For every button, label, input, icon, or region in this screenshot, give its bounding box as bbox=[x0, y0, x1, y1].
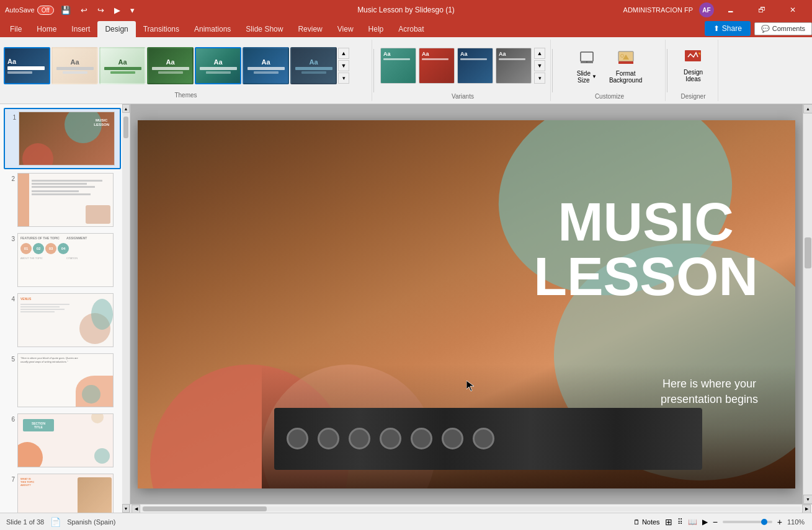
slide-subtitle-text: Here is where yourpresentation begins bbox=[661, 378, 758, 405]
tab-transitions[interactable]: Transitions bbox=[136, 21, 187, 37]
theme-2[interactable]: Aa bbox=[51, 47, 98, 84]
h-scroll-left[interactable]: ◀ bbox=[132, 505, 140, 513]
slide-item-5[interactable]: 5 "Here is where your block of quote goe… bbox=[4, 351, 121, 410]
tab-design[interactable]: Design bbox=[97, 21, 135, 37]
comments-label: Comments bbox=[772, 25, 805, 32]
tab-animations[interactable]: Animations bbox=[187, 21, 238, 37]
slide-thumb-4: VENUS bbox=[17, 293, 114, 347]
slide-panel-scrollbar: ▲ ▼ bbox=[122, 104, 130, 513]
slide-item-6[interactable]: 6 SECTIONTITLE bbox=[4, 411, 121, 470]
zoom-out-button[interactable]: − bbox=[713, 517, 718, 527]
zoom-slider[interactable] bbox=[723, 521, 772, 523]
slide-title-line2: LESSON bbox=[533, 249, 758, 304]
slide-sorter-button[interactable]: ⠿ bbox=[677, 518, 683, 526]
restore-button[interactable]: 🗗 bbox=[747, 0, 776, 20]
format-background-label: FormatBackground bbox=[609, 70, 642, 84]
gallery-expand-arrow[interactable]: ▾ bbox=[338, 73, 349, 84]
variant-1[interactable]: Aa bbox=[380, 48, 416, 84]
statusbar-right: 🗒 Notes ⊞ ⠿ 📖 ▶ − + 110% bbox=[633, 517, 806, 527]
h-scroll-right[interactable]: ▶ bbox=[802, 505, 811, 513]
notes-icon: 🗒 bbox=[633, 518, 640, 526]
zoom-in-button[interactable]: + bbox=[777, 517, 782, 527]
share-button[interactable]: ⬆ Share bbox=[705, 21, 751, 36]
notes-button[interactable]: 🗒 Notes bbox=[633, 518, 660, 526]
slide-item-2[interactable]: 2 bbox=[4, 170, 121, 229]
design-ideas-button[interactable]: DesignIdeas bbox=[679, 47, 708, 85]
variants-up-arrow[interactable]: ▲ bbox=[534, 48, 545, 59]
slideshow-button[interactable]: ▶ bbox=[702, 518, 708, 526]
theme-5[interactable]: Aa bbox=[195, 47, 241, 84]
tab-insert[interactable]: Insert bbox=[64, 21, 97, 37]
ribbon: Aa Aa Aa Aa bbox=[0, 37, 812, 104]
variants-expand-arrow[interactable]: ▾ bbox=[534, 73, 545, 84]
sep-3 bbox=[667, 49, 667, 92]
slide-scroll-thumb[interactable] bbox=[123, 117, 128, 138]
slide-num-4: 4 bbox=[6, 293, 15, 303]
format-background-button[interactable]: FormatBackground bbox=[604, 48, 647, 86]
slide-scroll-up[interactable]: ▲ bbox=[122, 104, 130, 113]
variant-3[interactable]: Aa bbox=[457, 48, 493, 84]
minimize-button[interactable]: 🗕 bbox=[716, 0, 745, 20]
slide-item-7[interactable]: 7 WHAT ISTHIS TOPICABOUT? bbox=[4, 471, 121, 513]
tab-slideshow[interactable]: Slide Show bbox=[238, 21, 290, 37]
slide-size-button[interactable]: SlideSize ▼ bbox=[572, 48, 602, 86]
language-label: Spanish (Spain) bbox=[67, 518, 115, 526]
canvas-scroll-down[interactable]: ▼ bbox=[803, 495, 812, 504]
variants-down-arrow[interactable]: ▼ bbox=[534, 60, 545, 71]
redo-button[interactable]: ↪ bbox=[94, 4, 107, 16]
slide-thumb-3: FEATURES OF THE TOPIC ASSIGNMENT 01 02 0… bbox=[17, 233, 114, 287]
mouse-cursor bbox=[466, 381, 474, 392]
themes-gallery: Aa Aa Aa Aa bbox=[4, 47, 337, 84]
slide-subtitle: Here is where yourpresentation begins bbox=[661, 376, 758, 407]
tab-view[interactable]: View bbox=[330, 21, 361, 37]
save-button[interactable]: 💾 bbox=[58, 4, 74, 16]
h-scroll-thumb[interactable] bbox=[143, 506, 267, 511]
zoom-level: 110% bbox=[787, 518, 806, 526]
slide-item-3[interactable]: 3 FEATURES OF THE TOPIC ASSIGNMENT 01 02… bbox=[4, 231, 121, 289]
slide-canvas[interactable]: MUSIC LESSON Here is where yourpresentat… bbox=[138, 120, 795, 488]
variant-2[interactable]: Aa bbox=[419, 48, 455, 84]
tab-acrobat[interactable]: Acrobat bbox=[391, 21, 431, 37]
slide-info-icon: 📄 bbox=[50, 517, 61, 527]
theme-1[interactable]: Aa bbox=[4, 47, 50, 84]
autosave-toggle[interactable]: Off bbox=[37, 6, 54, 15]
theme-7[interactable]: Aa bbox=[290, 47, 337, 84]
tab-help[interactable]: Help bbox=[361, 21, 391, 37]
comments-button[interactable]: 💬 Comments bbox=[754, 22, 812, 35]
slide-scroll-track bbox=[122, 113, 130, 504]
svg-rect-0 bbox=[581, 52, 593, 61]
close-button[interactable]: ✕ bbox=[779, 0, 807, 20]
slide-scroll-down[interactable]: ▼ bbox=[122, 504, 130, 513]
theme-3[interactable]: Aa bbox=[99, 47, 146, 84]
variant-4[interactable]: Aa bbox=[496, 48, 532, 84]
slide-thumb-7: WHAT ISTHIS TOPICABOUT? bbox=[17, 474, 114, 513]
slide-thumb-5: "Here is where your block of quote goes.… bbox=[17, 353, 114, 407]
variants-gallery: Aa Aa Aa bbox=[380, 48, 532, 84]
normal-view-button[interactable]: ⊞ bbox=[665, 517, 672, 527]
share-icon: ⬆ bbox=[713, 24, 720, 33]
present-button[interactable]: ▶ bbox=[111, 4, 123, 16]
tab-file[interactable]: File bbox=[2, 21, 29, 37]
format-background-icon bbox=[618, 51, 634, 68]
slide-info: Slide 1 of 38 bbox=[6, 518, 44, 526]
tab-home[interactable]: Home bbox=[29, 21, 64, 37]
slide-item-1[interactable]: 1 MUSICLESSON bbox=[4, 108, 121, 169]
reading-view-button[interactable]: 📖 bbox=[688, 518, 697, 526]
horizontal-scrollbar: ◀ ▶ bbox=[130, 504, 812, 513]
theme-6[interactable]: Aa bbox=[243, 47, 289, 84]
gallery-up-arrow[interactable]: ▲ bbox=[338, 48, 349, 59]
statusbar: Slide 1 of 38 📄 Spanish (Spain) 🗒 Notes … bbox=[0, 513, 812, 530]
designer-section: DesignIdeas Designer bbox=[669, 40, 718, 101]
undo-button[interactable]: ↩ bbox=[78, 4, 91, 16]
slide-item-4[interactable]: 4 VENUS bbox=[4, 291, 121, 350]
canvas-scroll-thumb[interactable] bbox=[805, 237, 811, 268]
tab-review[interactable]: Review bbox=[290, 21, 329, 37]
more-tools-button[interactable]: ▾ bbox=[127, 4, 138, 16]
canvas-scroll-up[interactable]: ▲ bbox=[803, 104, 812, 113]
zoom-thumb bbox=[761, 519, 767, 525]
theme-4[interactable]: Aa bbox=[147, 47, 194, 84]
svg-point-4 bbox=[620, 54, 623, 57]
main-area: 1 MUSICLESSON 2 bbox=[0, 104, 812, 513]
user-avatar[interactable]: AF bbox=[699, 2, 714, 17]
gallery-down-arrow[interactable]: ▼ bbox=[338, 60, 349, 71]
